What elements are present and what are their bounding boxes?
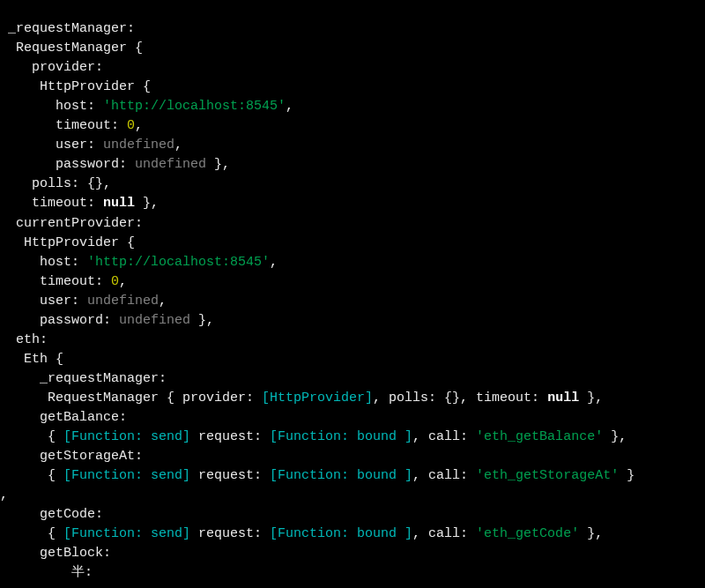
- terminal-line: HttpProvider {: [0, 234, 705, 253]
- terminal-token: request:: [190, 429, 270, 444]
- terminal-token: [Function: send]: [63, 429, 190, 444]
- terminal-token: ,: [135, 118, 143, 133]
- terminal-token: {: [0, 526, 63, 541]
- terminal-token: _requestManager:: [0, 371, 167, 386]
- terminal-token: HttpProvider {: [0, 235, 135, 250]
- terminal-line: { [Function: send] request: [Function: b…: [0, 466, 705, 486]
- terminal-token: ,: [286, 99, 293, 114]
- terminal-line: timeout: null },: [0, 194, 705, 213]
- terminal-token: RequestManager {: [0, 41, 143, 56]
- terminal-line: getBlock:: [0, 544, 705, 563]
- terminal-line: getBalance:: [0, 408, 705, 428]
- terminal-token: timeout:: [0, 196, 103, 211]
- terminal-line: eth:: [0, 331, 705, 350]
- terminal-token: 'http://localhost:8545': [87, 255, 270, 270]
- terminal-line: timeout: 0,: [0, 116, 705, 136]
- terminal-token: , call:: [412, 429, 476, 444]
- terminal-token: getBlock:: [0, 546, 111, 561]
- terminal-line: { [Function: send] request: [Function: b…: [0, 428, 705, 447]
- terminal-line: _requestManager:: [0, 369, 705, 389]
- terminal-line: HttpProvider {: [0, 78, 705, 97]
- terminal-token: },: [603, 429, 627, 444]
- terminal-token: user:: [0, 138, 103, 153]
- terminal-token: currentProvider:: [0, 216, 143, 231]
- terminal-token: provider:: [0, 60, 103, 75]
- terminal-line: RequestManager {: [0, 39, 705, 58]
- terminal-token: }: [619, 468, 634, 483]
- terminal-token: getCode:: [0, 507, 103, 522]
- terminal-token: {: [0, 429, 63, 444]
- terminal-token: 'eth_getBalance': [476, 429, 603, 444]
- terminal-token: [Function: bound ]: [270, 429, 412, 444]
- terminal-token: host:: [0, 99, 103, 114]
- terminal-token: ,: [174, 138, 182, 153]
- terminal-token: getBalance:: [0, 410, 127, 425]
- terminal-line: user: undefined,: [0, 292, 705, 311]
- terminal-line: user: undefined,: [0, 136, 705, 155]
- terminal-token: [HttpProvider]: [262, 391, 373, 406]
- terminal-line: password: undefined },: [0, 155, 705, 175]
- terminal-token: HttpProvider {: [0, 79, 151, 94]
- terminal-line: _requestManager:: [0, 19, 705, 39]
- terminal-line: password: undefined },: [0, 311, 705, 331]
- terminal-token: },: [579, 391, 603, 406]
- terminal-token: },: [579, 526, 603, 541]
- terminal-token: request:: [190, 468, 270, 483]
- terminal-token: [Function: send]: [63, 526, 190, 541]
- terminal-token: password:: [0, 157, 135, 172]
- terminal-token: user:: [0, 294, 87, 309]
- terminal-token: ,: [270, 255, 278, 270]
- terminal-token: eth:: [0, 332, 48, 347]
- terminal-token: 'eth_getCode': [476, 526, 579, 541]
- terminal-token: request:: [190, 526, 270, 541]
- terminal-token: ,: [159, 294, 167, 309]
- terminal-line: host: 'http://localhost:8545',: [0, 97, 705, 116]
- terminal-output: _requestManager: RequestManager { provid…: [0, 19, 705, 583]
- terminal-line: getCode:: [0, 505, 705, 525]
- terminal-token: },: [190, 313, 214, 328]
- terminal-token: , polls: {}, timeout:: [373, 391, 547, 406]
- terminal-token: undefined: [87, 294, 159, 309]
- terminal-line: 半:: [0, 563, 705, 583]
- terminal-token: },: [135, 196, 159, 211]
- terminal-token: [Function: send]: [63, 468, 190, 483]
- terminal-token: getStorageAt:: [0, 449, 143, 464]
- terminal-line: currentProvider:: [0, 214, 705, 234]
- terminal-token: 'http://localhost:8545': [103, 99, 286, 114]
- terminal-token: [Function: bound ]: [270, 526, 412, 541]
- terminal-token: Eth {: [0, 352, 63, 367]
- terminal-line: timeout: 0,: [0, 272, 705, 292]
- terminal-token: undefined: [119, 313, 190, 328]
- terminal-line: ,: [0, 486, 705, 505]
- terminal-token: null: [547, 391, 579, 406]
- terminal-line: { [Function: send] request: [Function: b…: [0, 525, 705, 544]
- terminal-token: _requestManager:: [0, 21, 135, 36]
- terminal-token: undefined: [135, 157, 206, 172]
- terminal-line: RequestManager { provider: [HttpProvider…: [0, 389, 705, 408]
- terminal-token: null: [103, 196, 135, 211]
- terminal-token: timeout:: [0, 118, 127, 133]
- terminal-token: 半:: [0, 565, 93, 580]
- terminal-token: password:: [0, 313, 119, 328]
- terminal-token: , call:: [412, 468, 476, 483]
- terminal-token: ,: [0, 488, 8, 502]
- terminal-line: Eth {: [0, 350, 705, 369]
- terminal-token: [Function: bound ]: [270, 468, 412, 483]
- terminal-token: host:: [0, 255, 87, 270]
- terminal-token: undefined: [103, 138, 174, 153]
- terminal-token: },: [206, 157, 230, 172]
- terminal-line: host: 'http://localhost:8545',: [0, 253, 705, 272]
- terminal-line: getStorageAt:: [0, 447, 705, 466]
- terminal-line: polls: {},: [0, 175, 705, 194]
- terminal-token: ,: [119, 274, 127, 289]
- terminal-token: timeout:: [0, 274, 111, 289]
- terminal-token: 0: [111, 274, 119, 289]
- terminal-token: , call:: [412, 526, 476, 541]
- terminal-token: {: [0, 468, 63, 483]
- terminal-token: polls: {},: [0, 176, 111, 191]
- terminal-line: provider:: [0, 58, 705, 78]
- terminal-token: RequestManager { provider:: [0, 391, 262, 406]
- terminal-token: 'eth_getStorageAt': [476, 468, 619, 483]
- terminal-token: 0: [127, 118, 135, 133]
